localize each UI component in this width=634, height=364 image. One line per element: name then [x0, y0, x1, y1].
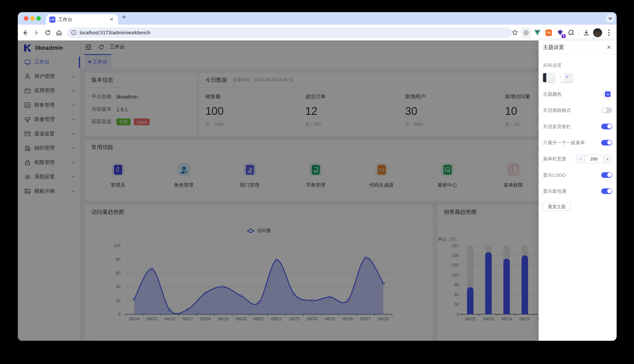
- selected-check-icon: ✓: [565, 74, 569, 80]
- extension-badge: 5: [561, 34, 566, 38]
- single-menu-row: 只展开一个一级菜单: [538, 134, 616, 151]
- theme-settings-drawer: 主题设置 ✕ 风格设置 ✓ 主题颜色 开启黑暗模式 开: [538, 40, 616, 341]
- style-options: ✓: [543, 73, 617, 82]
- home-icon[interactable]: [53, 27, 65, 38]
- address-bar[interactable]: localhost:5173/admin/workbench: [67, 27, 512, 38]
- mac-minimize-button[interactable]: [30, 16, 35, 21]
- drawer-modal-overlay[interactable]: [18, 40, 616, 341]
- tab-close-icon[interactable]: ✕: [108, 16, 115, 22]
- mac-close-button[interactable]: [24, 16, 28, 21]
- show-logo-row: 显示LOGO: [538, 167, 616, 183]
- screen: LA 工作台 ✕ + localh: [0, 0, 634, 364]
- extensions-puzzle-icon[interactable]: [566, 27, 576, 38]
- site-favicon: LA: [49, 16, 56, 22]
- single-menu-toggle[interactable]: [601, 140, 612, 145]
- multi-tabs-toggle[interactable]: [601, 124, 612, 129]
- multi-tabs-row: 开启多页签栏: [538, 118, 616, 134]
- theme-color-picker[interactable]: [603, 90, 612, 98]
- dark-mode-row: 开启黑暗模式: [538, 102, 616, 118]
- toolbar-separator: [578, 29, 578, 36]
- show-breadcrumb-toggle[interactable]: [601, 188, 612, 194]
- kebab-menu-icon[interactable]: [604, 27, 614, 38]
- drawer-title: 主题设置: [543, 44, 564, 51]
- dark-mode-toggle[interactable]: [601, 108, 612, 113]
- style-option-dark-sidebar[interactable]: [543, 73, 555, 82]
- show-logo-toggle[interactable]: [601, 172, 612, 178]
- menu-width-stepper: − 200 +: [576, 154, 612, 163]
- tab-title: 工作台: [58, 16, 108, 22]
- toolbar-actions: SQ 5: [508, 25, 614, 40]
- url-text: localhost:5173/admin/workbench: [80, 30, 150, 35]
- style-option-light[interactable]: ✓: [561, 73, 572, 82]
- reset-theme-button[interactable]: 重置主题: [543, 202, 570, 211]
- bookmark-star-icon[interactable]: [510, 27, 520, 38]
- gem-extension-icon[interactable]: 5: [555, 27, 565, 38]
- drawer-close-icon[interactable]: ✕: [606, 44, 611, 50]
- vue-devtools-icon[interactable]: [532, 27, 542, 38]
- browser-window: LA 工作台 ✕ + localh: [18, 12, 616, 341]
- show-breadcrumb-row: 显示面包屑: [538, 183, 616, 199]
- tab-search-chevron-icon[interactable]: [606, 14, 614, 22]
- forward-icon[interactable]: [31, 27, 42, 38]
- new-tab-button[interactable]: +: [122, 14, 126, 22]
- decrease-button[interactable]: −: [576, 155, 584, 163]
- increase-button[interactable]: +: [603, 155, 612, 163]
- browser-tabstrip: LA 工作台 ✕ +: [18, 12, 616, 25]
- theme-color-row: 主题颜色: [538, 86, 616, 102]
- downloads-icon[interactable]: [581, 27, 592, 38]
- site-info-icon[interactable]: [71, 30, 76, 35]
- profile-avatar[interactable]: [592, 27, 603, 38]
- menu-width-row: 菜单栏宽度 − 200 +: [538, 151, 616, 167]
- menu-width-value[interactable]: 200: [585, 155, 603, 163]
- back-icon[interactable]: [19, 27, 31, 38]
- sq-extension-icon[interactable]: SQ: [543, 27, 554, 38]
- mac-zoom-button[interactable]: [36, 16, 41, 21]
- style-section-label: 风格设置: [543, 62, 617, 68]
- reload-icon[interactable]: [42, 27, 54, 38]
- theme-color-swatch: [605, 92, 610, 97]
- browser-tab[interactable]: LA 工作台 ✕: [46, 14, 118, 25]
- react-devtools-icon[interactable]: [521, 27, 531, 38]
